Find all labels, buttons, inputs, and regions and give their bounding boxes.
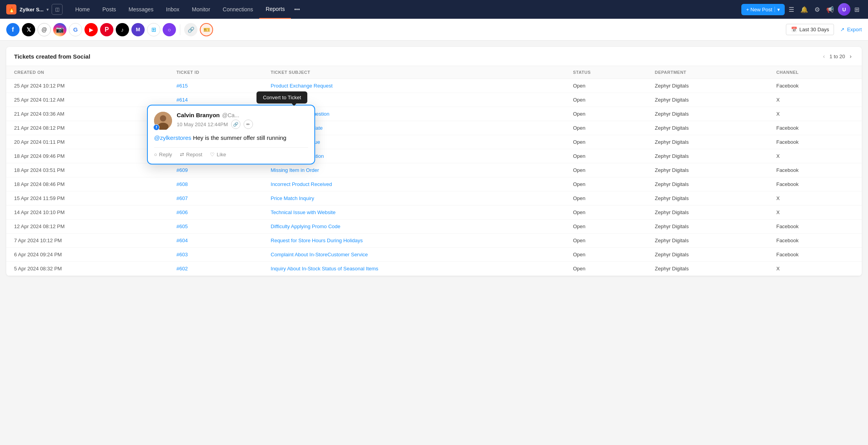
table-row[interactable]: 18 Apr 2024 03:51 PM #609 Missing Item i… bbox=[6, 163, 862, 177]
table-row[interactable]: 21 Apr 2024 03:36 AM #613 Loyalty Progra… bbox=[6, 107, 862, 121]
cell-created-on: 21 Apr 2024 03:36 AM bbox=[6, 107, 169, 121]
nav-link-reports[interactable]: Reports bbox=[259, 0, 291, 19]
pagination-next-button[interactable]: › bbox=[847, 52, 854, 60]
cell-channel: X bbox=[768, 262, 862, 276]
cell-ticket-id[interactable]: #609 bbox=[169, 163, 263, 177]
nav-logo[interactable]: 🔥 Zylker S... ▾ bbox=[6, 4, 48, 14]
cell-subject[interactable]: Difficulty Applying Promo Code bbox=[263, 220, 565, 234]
cell-ticket-id[interactable]: #603 bbox=[169, 248, 263, 262]
col-channel: CHANNEL bbox=[768, 66, 862, 79]
cell-channel: X bbox=[768, 191, 862, 206]
date-range-label: Last 30 Days bbox=[800, 27, 829, 32]
cell-created-on: 25 Apr 2024 10:12 PM bbox=[6, 79, 169, 93]
channel-icon-circle[interactable]: ○ bbox=[163, 23, 176, 36]
channel-icon-google[interactable]: G bbox=[69, 23, 82, 36]
cell-ticket-id[interactable]: #602 bbox=[169, 262, 263, 276]
tweet-action-icon-link[interactable]: 🔗 bbox=[231, 120, 240, 129]
convert-to-ticket-tooltip[interactable]: Convert to Ticket bbox=[256, 91, 307, 104]
tweet-action-icon-edit[interactable]: ✏ bbox=[244, 120, 253, 129]
nav-avatar[interactable]: U bbox=[838, 3, 850, 16]
table-row[interactable]: 15 Apr 2024 11:59 PM #607 Price Match In… bbox=[6, 191, 862, 206]
nav-link-monitor[interactable]: Monitor bbox=[186, 0, 217, 19]
tweet-like-action[interactable]: ♡ Like bbox=[210, 152, 226, 157]
channel-icon-mastodon[interactable]: M bbox=[131, 23, 145, 36]
cell-department: Zephyr Digitals bbox=[647, 121, 769, 135]
new-post-button[interactable]: + New Post ▾ bbox=[741, 4, 785, 15]
col-status: STATUS bbox=[565, 66, 647, 79]
cell-ticket-id[interactable]: #615 bbox=[169, 79, 263, 93]
channel-icon-facebook[interactable]: f bbox=[6, 23, 20, 36]
channel-icon-instagram[interactable]: 📷 bbox=[53, 23, 66, 36]
channel-icon-link[interactable]: 🔗 bbox=[184, 23, 197, 36]
nav-settings-gear-icon[interactable]: ⚙ bbox=[812, 4, 822, 16]
like-label: Like bbox=[217, 152, 226, 157]
nav-link-inbox[interactable]: Inbox bbox=[160, 0, 186, 19]
channel-icon-pinterest[interactable]: P bbox=[100, 23, 113, 36]
cell-ticket-id[interactable]: #606 bbox=[169, 206, 263, 220]
table-row[interactable]: 12 Apr 2024 08:12 PM #605 Difficulty App… bbox=[6, 220, 862, 234]
nav-menu-icon[interactable]: ☰ bbox=[786, 4, 796, 16]
cell-department: Zephyr Digitals bbox=[647, 163, 769, 177]
brand-chevron-icon[interactable]: ▾ bbox=[47, 7, 48, 12]
cell-department: Zephyr Digitals bbox=[647, 262, 769, 276]
channel-icon-youtube[interactable]: ▶ bbox=[84, 23, 98, 36]
cell-subject[interactable]: Product Exchange Request bbox=[263, 79, 565, 93]
tweet-header: f Calvin Branyon @Ca... 10 May 2024 12:4… bbox=[154, 112, 308, 130]
cell-subject[interactable]: Missing Item in Order bbox=[263, 163, 565, 177]
cell-department: Zephyr Digitals bbox=[647, 177, 769, 191]
nav-link-connections[interactable]: Connections bbox=[217, 0, 260, 19]
cell-status: Open bbox=[565, 121, 647, 135]
export-button[interactable]: ↗ Export bbox=[840, 27, 862, 32]
cell-status: Open bbox=[565, 206, 647, 220]
tweet-reply-action[interactable]: ○ Reply bbox=[154, 152, 172, 157]
channel-icon-tiktok[interactable]: ♪ bbox=[116, 23, 129, 36]
nav-link-home[interactable]: Home bbox=[69, 0, 96, 19]
tweet-name-handle-row: Calvin Branyon @Ca... bbox=[177, 112, 308, 118]
channel-icon-twitter[interactable]: 𝕏 bbox=[22, 23, 35, 36]
table-row[interactable]: 5 Apr 2024 08:32 PM #602 Inquiry About I… bbox=[6, 262, 862, 276]
table-row[interactable]: 25 Apr 2024 01:12 AM #614 Billing Inquir… bbox=[6, 93, 862, 107]
cell-ticket-id[interactable]: #604 bbox=[169, 234, 263, 248]
nav-broadcast-icon[interactable]: 📢 bbox=[824, 4, 836, 16]
cell-department: Zephyr Digitals bbox=[647, 107, 769, 121]
channel-icon-microsoft[interactable]: ⊞ bbox=[147, 23, 160, 36]
table-row[interactable]: 7 Apr 2024 10:12 PM #604 Request for Sto… bbox=[6, 234, 862, 248]
channel-icon-threads[interactable]: @ bbox=[38, 23, 51, 36]
cell-subject[interactable]: Price Match Inquiry bbox=[263, 191, 565, 206]
table-row[interactable]: 18 Apr 2024 08:46 PM #608 Incorrect Prod… bbox=[6, 177, 862, 191]
cell-created-on: 20 Apr 2024 01:11 PM bbox=[6, 135, 169, 149]
cell-subject[interactable]: Request for Store Hours During Holidays bbox=[263, 234, 565, 248]
table-row[interactable]: 18 Apr 2024 09:46 PM #610 Refund Policy … bbox=[6, 149, 862, 163]
tweet-repost-action[interactable]: ⇄ Repost bbox=[180, 152, 202, 157]
cell-subject[interactable]: Complaint About In-StoreCustomer Service bbox=[263, 248, 565, 262]
pagination-prev-button[interactable]: ‹ bbox=[821, 52, 827, 60]
tweet-popup[interactable]: Convert to Ticket f bbox=[147, 105, 315, 164]
date-range-button[interactable]: 📅 Last 30 Days bbox=[786, 24, 834, 35]
tweet-mention[interactable]: @zylkerstores bbox=[154, 134, 191, 141]
nav-notification-bell-icon[interactable]: 🔔 bbox=[798, 4, 811, 16]
table-row[interactable]: 20 Apr 2024 01:11 PM #611 Account Access… bbox=[6, 135, 862, 149]
nav-link-posts[interactable]: Posts bbox=[96, 0, 122, 19]
cell-channel: Facebook bbox=[768, 163, 862, 177]
cell-ticket-id[interactable]: #607 bbox=[169, 191, 263, 206]
nav-grid-apps-icon[interactable]: ⊞ bbox=[852, 4, 862, 16]
table-row[interactable]: 14 Apr 2024 10:10 PM #606 Technical Issu… bbox=[6, 206, 862, 220]
table-row[interactable]: 25 Apr 2024 10:12 PM #615 Product Exchan… bbox=[6, 79, 862, 93]
cell-ticket-id[interactable]: #608 bbox=[169, 177, 263, 191]
cell-subject[interactable]: Inquiry About In-Stock Status of Seasona… bbox=[263, 262, 565, 276]
cell-subject[interactable]: Technical Issue with Website bbox=[263, 206, 565, 220]
table-title: Tickets created from Social bbox=[14, 53, 90, 60]
nav-link-messages[interactable]: Messages bbox=[122, 0, 160, 19]
cell-status: Open bbox=[565, 163, 647, 177]
nav-app-switcher-icon[interactable]: ◫ bbox=[52, 4, 63, 15]
cell-department: Zephyr Digitals bbox=[647, 234, 769, 248]
cell-ticket-id[interactable]: #605 bbox=[169, 220, 263, 234]
channel-icon-active[interactable]: 🎫 bbox=[200, 23, 213, 36]
table-row[interactable]: 6 Apr 2024 09:24 PM #603 Complaint About… bbox=[6, 248, 862, 262]
main-content: Tickets created from Social ‹ 1 to 20 › … bbox=[6, 47, 862, 276]
nav-more-dots[interactable]: ••• bbox=[291, 6, 303, 13]
table-row[interactable]: 21 Apr 2024 08:12 PM #612 Delivery Statu… bbox=[6, 121, 862, 135]
new-post-label: + New Post bbox=[746, 7, 772, 13]
cell-subject[interactable]: Incorrect Product Received bbox=[263, 177, 565, 191]
calendar-icon: 📅 bbox=[791, 27, 797, 32]
